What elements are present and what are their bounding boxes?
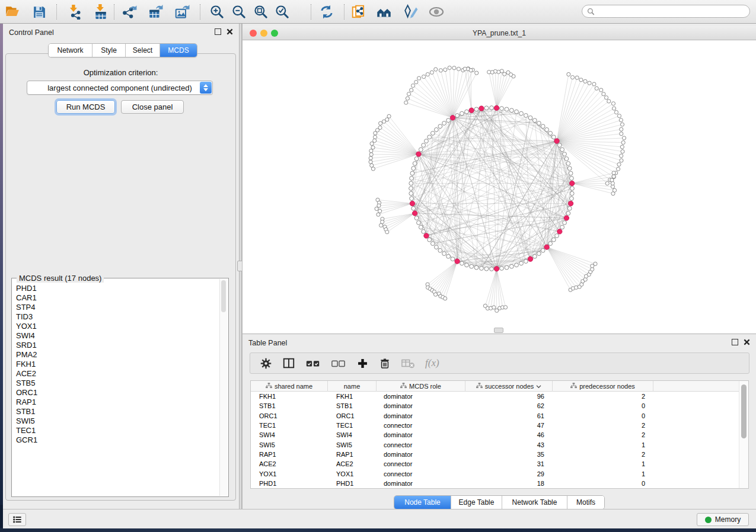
- style-pen-icon[interactable]: [402, 4, 420, 20]
- float-panel-icon[interactable]: [215, 28, 221, 35]
- deselect-all-columns-icon[interactable]: [331, 355, 346, 371]
- mcds-result-group: MCDS result (17 nodes) PHD1CAR1STP4TID3Y…: [11, 278, 229, 497]
- table-row[interactable]: ORC1ORC1dominator610: [251, 411, 740, 421]
- close-panel-icon[interactable]: [744, 339, 750, 345]
- tab-edge-table[interactable]: Edge Table: [451, 496, 502, 509]
- control-panel: Control Panel NetworkStyleSelectMCDS Opt…: [3, 24, 239, 509]
- new-network-from-selection-icon[interactable]: [350, 4, 368, 20]
- tab-mcds[interactable]: MCDS: [160, 44, 197, 57]
- mcds-result-item[interactable]: RAP1: [16, 398, 219, 407]
- search-field[interactable]: [582, 5, 750, 18]
- zoom-out-icon[interactable]: [230, 4, 248, 20]
- column-settings-gear-icon[interactable]: [260, 357, 272, 370]
- zoom-selected-icon[interactable]: [273, 4, 291, 20]
- toolbar-separator: [311, 4, 311, 20]
- tab-network-table[interactable]: Network Table: [502, 496, 567, 509]
- graphics-details-eye-icon[interactable]: [428, 4, 445, 20]
- tab-motifs[interactable]: Motifs: [567, 496, 604, 509]
- memory-button[interactable]: Memory: [697, 513, 749, 526]
- mcds-result-item[interactable]: PHD1: [16, 284, 219, 293]
- mcds-result-item[interactable]: YOX1: [16, 322, 219, 331]
- shared-column-icon: [570, 383, 577, 390]
- mcds-result-item[interactable]: FKH1: [16, 360, 219, 369]
- import-table-icon[interactable]: [92, 4, 110, 20]
- tab-network[interactable]: Network: [49, 44, 92, 57]
- mcds-result-item[interactable]: GCR1: [16, 435, 219, 445]
- destroy-table-icon[interactable]: [401, 357, 415, 370]
- mcds-result-item[interactable]: CAR1: [16, 293, 219, 303]
- float-panel-icon[interactable]: [732, 339, 738, 345]
- mcds-result-item[interactable]: SWI4: [16, 331, 219, 341]
- mcds-result-item[interactable]: SRD1: [16, 341, 219, 350]
- export-network-icon[interactable]: [121, 4, 139, 20]
- table-row[interactable]: PHD1PHD1dominator180: [251, 479, 740, 488]
- select-all-columns-icon[interactable]: [305, 355, 321, 371]
- column-header-shared-name[interactable]: shared name: [251, 381, 328, 392]
- mcds-result-item[interactable]: TEC1: [16, 426, 219, 435]
- network-window: YPA_prune.txt_1: [242, 24, 756, 334]
- network-window-title: YPA_prune.txt_1: [243, 29, 756, 37]
- toolbar-separator: [344, 4, 344, 20]
- mcds-result-list[interactable]: PHD1CAR1STP4TID3YOX1SWI4SRD1PMA2FKH1ACE2…: [12, 284, 219, 496]
- tab-node-table[interactable]: Node Table: [394, 496, 451, 509]
- mcds-result-item[interactable]: ACE2: [16, 369, 219, 379]
- mcds-result-item[interactable]: SWI5: [16, 416, 219, 426]
- mcds-result-item[interactable]: TID3: [16, 312, 219, 322]
- table-row[interactable]: YOX1YOX1connector291: [251, 469, 740, 478]
- node-table: shared namenameMCDS rolesuccessor nodesp…: [250, 380, 749, 489]
- tab-select[interactable]: Select: [126, 44, 160, 57]
- network-view[interactable]: [243, 40, 756, 334]
- node-table-scrollbar[interactable]: [739, 381, 748, 488]
- table-row[interactable]: TEC1TEC1connector472: [251, 421, 740, 430]
- network-window-titlebar[interactable]: YPA_prune.txt_1: [243, 26, 756, 40]
- zoom-in-icon[interactable]: [208, 4, 226, 20]
- mcds-result-item[interactable]: STB1: [16, 407, 219, 416]
- function-builder-icon[interactable]: f(x): [425, 357, 439, 369]
- table-row[interactable]: ACE2ACE2connector311: [251, 459, 740, 469]
- save-session-icon[interactable]: [30, 4, 48, 20]
- mcds-result-item[interactable]: ORC1: [16, 388, 219, 398]
- column-header-predecessor-nodes[interactable]: predecessor nodes: [553, 381, 653, 392]
- column-header-successor-nodes[interactable]: successor nodes: [465, 381, 553, 392]
- table-row[interactable]: SWI4SWI4dominator462: [251, 430, 740, 440]
- table-row[interactable]: FKH1FKH1dominator962: [251, 392, 740, 401]
- delete-column-trash-icon[interactable]: [379, 357, 391, 370]
- export-image-icon[interactable]: [173, 4, 191, 20]
- mcds-result-scrollbar[interactable]: [219, 279, 228, 496]
- criterion-dropdown[interactable]: largest connected component (undirected): [27, 81, 213, 95]
- mcds-result-item[interactable]: PMA2: [16, 350, 219, 360]
- sort-desc-icon: [536, 383, 541, 390]
- import-network-icon[interactable]: [65, 4, 83, 20]
- search-input[interactable]: [595, 7, 749, 16]
- create-column-icon[interactable]: [356, 357, 369, 370]
- table-row[interactable]: STB1STB1dominator620: [251, 401, 740, 411]
- toolbar-separator: [114, 4, 114, 20]
- close-panel-button[interactable]: Close panel: [121, 100, 184, 114]
- table-panel-title: Table Panel: [248, 339, 287, 347]
- run-mcds-button[interactable]: Run MCDS: [56, 100, 115, 114]
- tab-style[interactable]: Style: [92, 44, 126, 57]
- table-row[interactable]: SWI5SWI5connector431: [251, 440, 740, 449]
- mcds-result-item[interactable]: STP4: [16, 303, 219, 312]
- column-header-name[interactable]: name: [328, 381, 377, 392]
- export-table-icon[interactable]: [146, 4, 164, 20]
- status-bar: Memory: [3, 509, 756, 528]
- network-canvas-svg: [243, 40, 756, 334]
- task-history-button[interactable]: [8, 513, 26, 526]
- mcds-result-item[interactable]: STB5: [16, 379, 219, 388]
- table-row[interactable]: RAP1RAP1dominator352: [251, 450, 740, 459]
- node-table-rows: FKH1FKH1dominator962STB1STB1dominator620…: [251, 392, 740, 488]
- optimization-criterion-label: Optimization criterion:: [6, 68, 235, 77]
- scrollbar-thumb[interactable]: [741, 384, 747, 438]
- memory-label: Memory: [715, 515, 741, 524]
- table-panel-splitter-handle[interactable]: [494, 328, 503, 333]
- open-file-icon[interactable]: [4, 4, 21, 20]
- table-toolbar: f(x): [250, 352, 749, 374]
- close-panel-icon[interactable]: [227, 28, 233, 35]
- apply-layout-icon[interactable]: [318, 4, 336, 20]
- zoom-fit-icon[interactable]: [252, 4, 270, 20]
- node-table-header: shared namenameMCDS rolesuccessor nodesp…: [251, 381, 740, 392]
- column-header-MCDS-role[interactable]: MCDS role: [377, 381, 465, 392]
- show-column-panel-icon[interactable]: [282, 357, 295, 370]
- first-neighbors-icon[interactable]: [375, 4, 393, 20]
